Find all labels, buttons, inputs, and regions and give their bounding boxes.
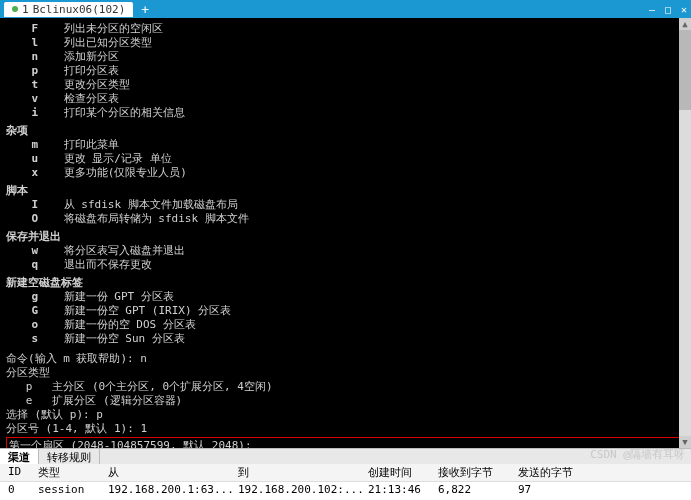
help-line: t 更改分区类型 — [6, 78, 685, 92]
status-dot-icon — [12, 6, 18, 12]
tab-label: Bclinux06(102) — [33, 3, 126, 16]
help-line: w 将分区表写入磁盘并退出 — [6, 244, 685, 258]
table-row[interactable]: 0 session 192.168.200.1:63... 192.168.20… — [0, 482, 691, 497]
scroll-down-icon[interactable]: ▼ — [679, 436, 691, 448]
partition-num: 分区号 (1-4, 默认 1): 1 — [6, 422, 685, 436]
cell-tx: 97 — [514, 483, 594, 496]
terminal[interactable]: F 列出未分区的空闲区 l 列出已知分区类型 n 添加新分区 p 打印分区表 t… — [0, 18, 691, 448]
help-line: l 列出已知分区类型 — [6, 36, 685, 50]
help-line: O 将磁盘布局转储为 sfdisk 脚本文件 — [6, 212, 685, 226]
help-line: G 新建一份空 GPT (IRIX) 分区表 — [6, 304, 685, 318]
prompt-n: 命令(输入 m 获取帮助): n — [6, 352, 685, 366]
scroll-up-icon[interactable]: ▲ — [679, 18, 691, 30]
col-to[interactable]: 到 — [234, 465, 364, 480]
select-p: 选择 (默认 p): p — [6, 408, 685, 422]
col-rx[interactable]: 接收到字节 — [434, 465, 514, 480]
help-line: m 打印此菜单 — [6, 138, 685, 152]
window-controls: — □ ✕ — [649, 4, 687, 15]
cell-type: session — [34, 483, 104, 496]
help-line: o 新建一份的空 DOS 分区表 — [6, 318, 685, 332]
help-line: i 打印某个分区的相关信息 — [6, 106, 685, 120]
col-ctime[interactable]: 创建时间 — [364, 465, 434, 480]
help-line: q 退出而不保存更改 — [6, 258, 685, 272]
help-line: v 检查分区表 — [6, 92, 685, 106]
help-line: s 新建一份空 Sun 分区表 — [6, 332, 685, 346]
tab-channel[interactable]: 渠道 — [0, 449, 39, 464]
maximize-icon[interactable]: □ — [665, 4, 671, 15]
help-line: x 更多功能(仅限专业人员) — [6, 166, 685, 180]
first-sector: 第一个扇区 (2048-104857599, 默认 2048): — [9, 439, 682, 448]
section-new: 新建空磁盘标签 — [6, 276, 685, 290]
connections-table: ID 类型 从 到 创建时间 接收到字节 发送的字节 0 session 192… — [0, 464, 691, 500]
help-line: I 从 sfdisk 脚本文件加载磁盘布局 — [6, 198, 685, 212]
ptype-label: 分区类型 — [6, 366, 685, 380]
scrollbar[interactable]: ▲ ▼ — [679, 18, 691, 448]
scroll-thumb[interactable] — [679, 30, 691, 110]
help-line: p 打印分区表 — [6, 64, 685, 78]
ptype-e: e 扩展分区 (逻辑分区容器) — [6, 394, 685, 408]
close-icon[interactable]: ✕ — [681, 4, 687, 15]
tab-transfer-rules[interactable]: 转移规则 — [39, 449, 100, 464]
col-tx[interactable]: 发送的字节 — [514, 465, 594, 480]
col-id[interactable]: ID — [4, 465, 34, 480]
section-misc: 杂项 — [6, 124, 685, 138]
section-script: 脚本 — [6, 184, 685, 198]
cell-id: 0 — [4, 483, 34, 496]
section-save: 保存并退出 — [6, 230, 685, 244]
cell-from: 192.168.200.1:63... — [104, 483, 234, 496]
session-tab[interactable]: 1 Bclinux06(102) — [4, 2, 133, 17]
titlebar: 1 Bclinux06(102) + — □ ✕ — [0, 0, 691, 18]
help-line: n 添加新分区 — [6, 50, 685, 64]
cell-rx: 6,822 — [434, 483, 514, 496]
col-from[interactable]: 从 — [104, 465, 234, 480]
help-line: g 新建一份 GPT 分区表 — [6, 290, 685, 304]
highlight-box: 第一个扇区 (2048-104857599, 默认 2048): 上个扇区, +… — [6, 437, 685, 448]
cell-ctime: 21:13:46 — [364, 483, 434, 496]
help-line: u 更改 显示/记录 单位 — [6, 152, 685, 166]
cell-to: 192.168.200.102:... — [234, 483, 364, 496]
ptype-p: p 主分区 (0个主分区, 0个扩展分区, 4空闲) — [6, 380, 685, 394]
table-header: ID 类型 从 到 创建时间 接收到字节 发送的字节 — [0, 464, 691, 482]
help-line: F 列出未分区的空闲区 — [6, 22, 685, 36]
add-tab-button[interactable]: + — [135, 2, 155, 17]
bottom-tabs: 渠道 转移规则 — [0, 448, 691, 464]
col-type[interactable]: 类型 — [34, 465, 104, 480]
tab-number: 1 — [22, 3, 29, 16]
minimize-icon[interactable]: — — [649, 4, 655, 15]
